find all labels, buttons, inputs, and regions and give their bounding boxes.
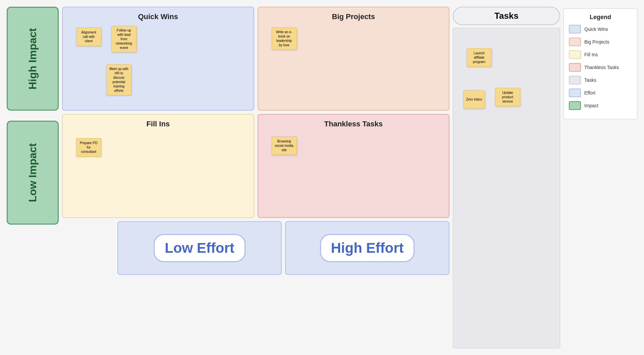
matrix-area: Quick Wins Alignment call with client Fo…	[62, 7, 449, 348]
impact-column: High Impact Low Impact	[7, 7, 59, 348]
legend-color-swatch	[569, 25, 581, 34]
legend-item-label: Big Projects	[584, 39, 609, 45]
legend-item-label: Impact	[584, 103, 598, 108]
legend-color-swatch	[569, 63, 581, 72]
sticky-note[interactable]: Alignment call with client	[76, 27, 101, 46]
quick-wins-quadrant: Quick Wins Alignment call with client Fo…	[62, 7, 254, 111]
sticky-note[interactable]: Follow up with lead from networking even…	[111, 26, 137, 52]
legend-item: Big Projects	[569, 38, 632, 46]
sticky-note[interactable]: Write an e-book on leadership by love	[272, 27, 297, 50]
legend-color-swatch	[569, 38, 581, 46]
low-impact-label: Low Impact	[7, 121, 59, 225]
low-effort-label: Low Effort	[154, 234, 246, 262]
legend-item-label: Thankless Tasks	[584, 65, 619, 70]
big-projects-quadrant: Big Projects Write an e-book on leadersh…	[258, 7, 450, 111]
sticky-note[interactable]: Update product service	[495, 88, 520, 106]
thankless-tasks-title: Thankless Tasks	[263, 120, 444, 128]
legend-item: Fill Ins	[569, 50, 632, 59]
legend-color-swatch	[569, 101, 581, 110]
sticky-note[interactable]: Browsing social media site	[272, 136, 297, 155]
legend-item: Effort	[569, 88, 632, 97]
legend-item-label: Tasks	[584, 77, 596, 83]
sticky-note[interactable]: Launch affiliate program	[467, 48, 492, 67]
legend-color-swatch	[569, 88, 581, 97]
legend-item: Impact	[569, 101, 632, 110]
tasks-header: Tasks	[453, 7, 560, 25]
legend-color-swatch	[569, 50, 581, 59]
big-projects-title: Big Projects	[263, 12, 444, 21]
sticky-note[interactable]: Meet up with HR to discuss potential tra…	[106, 64, 131, 95]
legend-item: Tasks	[569, 76, 632, 84]
sticky-note[interactable]: Zero Inbox	[463, 90, 485, 109]
matrix-top-row: Quick Wins Alignment call with client Fo…	[62, 7, 449, 111]
fill-ins-title: Fill Ins	[68, 120, 249, 128]
high-impact-label: High Impact	[7, 7, 59, 111]
thankless-tasks-quadrant: Thankless Tasks Browsing social media si…	[258, 114, 450, 218]
quick-wins-title: Quick Wins	[68, 12, 249, 21]
legend-item-label: Fill Ins	[584, 52, 598, 57]
tasks-body: Launch affiliate program Zero Inbox Upda…	[453, 28, 560, 348]
low-effort-box: Low Effort	[117, 221, 282, 275]
legend-item: Thankless Tasks	[569, 63, 632, 72]
fill-ins-quadrant: Fill Ins Prepare PO for consultant	[62, 114, 254, 218]
legend-item-label: Effort	[584, 90, 595, 96]
legend-title: Legend	[569, 14, 632, 21]
effort-row: Low Effort High Effort	[62, 221, 449, 275]
legend-item-label: Quick Wins	[584, 26, 608, 32]
main-container: High Impact Low Impact Quick Wins Alignm…	[0, 0, 644, 355]
sticky-note[interactable]: Prepare PO for consultant	[76, 138, 101, 157]
tasks-panel: Tasks Launch affiliate program Zero Inbo…	[453, 7, 560, 348]
legend-item: Quick Wins	[569, 25, 632, 34]
high-effort-label: High Effort	[320, 234, 415, 262]
high-effort-box: High Effort	[285, 221, 449, 275]
legend-panel: Legend Quick WinsBig ProjectsFill InsTha…	[564, 8, 637, 119]
legend-color-swatch	[569, 76, 581, 84]
matrix-bottom-row: Fill Ins Prepare PO for consultant Thank…	[62, 114, 449, 218]
